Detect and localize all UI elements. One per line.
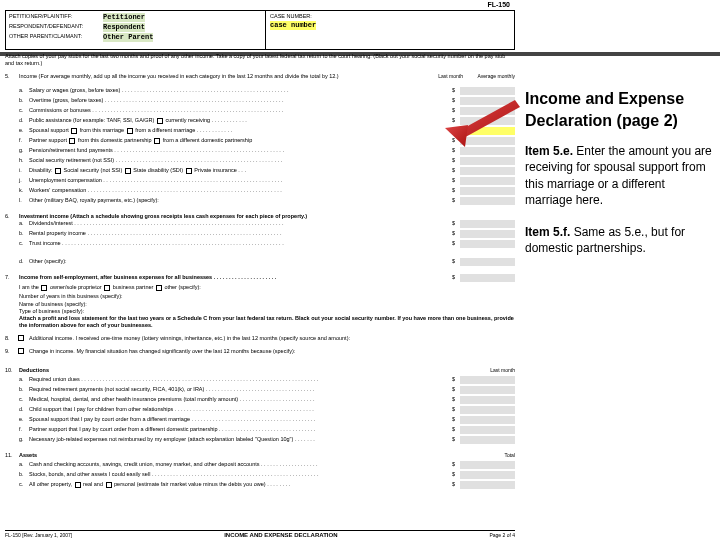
checkbox[interactable] [18,335,24,341]
col-last-month: Last month [438,73,463,80]
section-11: 11. AssetsTotal a.Cash and checking acco… [5,452,515,491]
s5-title: Income (For average monthly, add up all … [19,73,339,80]
footer-center: INCOME AND EXPENSE DECLARATION [224,532,337,538]
checkbox[interactable] [41,285,47,291]
s7-attach: Attach a profit and loss statement for t… [19,315,515,329]
case-number-label: CASE NUMBER: [270,13,312,20]
section-8: 8. Additional income. I received one-tim… [5,335,515,342]
checkbox[interactable] [106,482,112,488]
checkbox[interactable] [69,138,75,144]
other-value: Other Parent [103,33,153,42]
checkbox[interactable] [71,128,77,134]
checkbox[interactable] [154,138,160,144]
col-average: Average monthly [478,73,515,80]
sidebar-title: Income and Expense Declaration (page 2) [525,88,715,131]
attach-note: Attach copies of your pay stubs for the … [5,53,515,67]
petitioner-value: Petitioner [103,13,145,22]
checkbox[interactable] [55,168,61,174]
other-label: OTHER PARENT/CLAIMANT: [9,33,99,42]
petitioner-label: PETITIONER/PLAINTIFF: [9,13,99,22]
instruction-sidebar: Income and Expense Declaration (page 2) … [525,88,715,272]
footer-right: Page 2 of 4 [489,532,515,538]
svg-marker-1 [445,125,468,147]
instruction-5f: Item 5.f. Same as 5.e., but for domestic… [525,224,715,256]
instruction-5e: Item 5.e. Enter the amount you are recei… [525,143,715,208]
respondent-label: RESPONDENT/DEFENDANT: [9,23,99,32]
form-footer: FL-150 [Rev. January 1, 2007] INCOME AND… [5,530,515,538]
case-number-value: case number [270,21,316,30]
section-6: 6. Investment income (Attach a schedule … [5,213,515,268]
checkbox[interactable] [157,118,163,124]
checkbox[interactable] [186,168,192,174]
form-page: FL-150 PETITIONER/PLAINTIFF:Petitioner R… [5,0,515,540]
section-7: 7. Income from self-employment, after bu… [5,274,515,329]
form-code: FL-150 [487,0,510,9]
respondent-value: Respondent [103,23,145,32]
annotation-arrow-icon [420,95,520,150]
checkbox[interactable] [104,285,110,291]
checkbox[interactable] [75,482,81,488]
case-header-box: PETITIONER/PLAINTIFF:Petitioner RESPONDE… [5,10,515,50]
s6-title: Investment income (Attach a schedule sho… [19,213,515,220]
section-9: 9. Change in income. My financial situat… [5,348,515,355]
checkbox[interactable] [125,168,131,174]
checkbox[interactable] [127,128,133,134]
section-10: 10. DeductionsLast month a.Required unio… [5,367,515,446]
footer-left: FL-150 [Rev. January 1, 2007] [5,532,72,538]
checkbox[interactable] [18,348,24,354]
checkbox[interactable] [156,285,162,291]
